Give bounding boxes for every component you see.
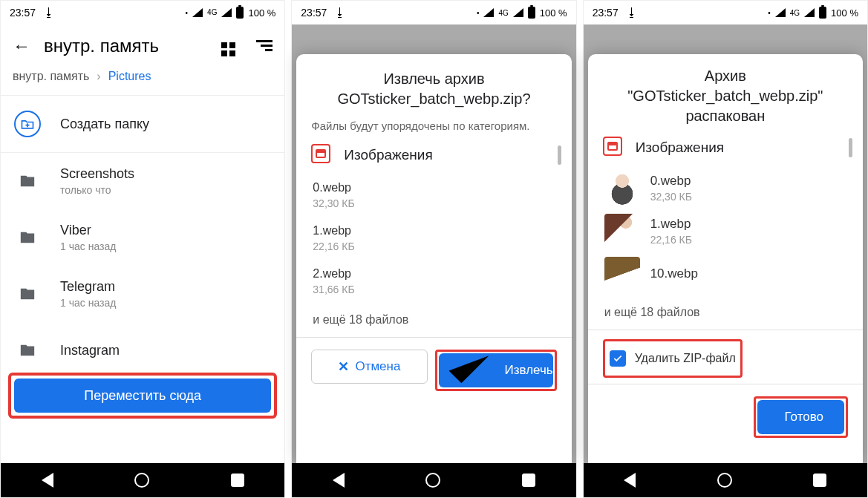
check-icon — [439, 341, 499, 401]
nav-home-icon[interactable] — [425, 473, 440, 488]
folder-row[interactable]: Telegram1 час назад — [1, 266, 284, 322]
status-bar: 23:57 ⭳ • 4G 100 % — [1, 1, 284, 24]
category-row: Изображения — [603, 137, 848, 159]
breadcrumb-current[interactable]: Pictures — [108, 70, 151, 83]
file-size: 32,30 КБ — [650, 191, 692, 203]
folder-icon — [13, 335, 42, 365]
battery-icon — [819, 7, 826, 19]
network-label: 4G — [207, 9, 217, 16]
file-name: 0.webp — [313, 181, 555, 194]
scroll-indicator[interactable] — [849, 138, 852, 157]
folder-icon — [13, 166, 42, 196]
file-item[interactable]: 2.webp 31,66 КБ — [311, 260, 556, 303]
category-row: Изображения — [311, 144, 556, 166]
battery-icon — [236, 7, 244, 19]
signal-icon — [775, 8, 786, 17]
notification-dot-icon: • — [186, 9, 189, 17]
folder-name: Viber — [60, 223, 116, 238]
folder-subtitle: только что — [60, 184, 134, 196]
file-item[interactable]: 1.webp22,16 КБ — [603, 209, 848, 252]
page-title: внутр. память — [44, 36, 200, 56]
back-icon[interactable]: ← — [13, 36, 30, 56]
sort-icon[interactable] — [256, 40, 273, 51]
android-nav-bar — [584, 463, 867, 497]
scroll-indicator[interactable] — [558, 145, 561, 165]
status-bar: 23:57 ⭳ • 4G 100 % — [584, 1, 867, 24]
folder-icon — [13, 223, 42, 252]
highlight-annotation: Удалить ZIP-файл — [603, 339, 743, 378]
nav-home-icon[interactable] — [134, 473, 149, 488]
notification-dot-icon: • — [477, 9, 480, 17]
status-time: 23:57 — [593, 7, 619, 19]
download-icon: ⭳ — [626, 6, 638, 19]
more-files-label: и ещё 18 файлов — [311, 303, 556, 334]
file-size: 31,66 КБ — [313, 284, 555, 295]
file-name: 0.webp — [650, 174, 692, 189]
battery-percent: 100 % — [831, 7, 858, 19]
add-folder-icon — [14, 111, 41, 137]
delete-zip-label: Удалить ZIP-файл — [635, 352, 736, 365]
file-thumbnail — [604, 171, 640, 205]
status-time: 23:57 — [10, 7, 36, 19]
folder-icon — [13, 279, 42, 309]
download-icon: ⭳ — [43, 6, 55, 19]
create-folder-row[interactable]: Создать папку — [1, 96, 284, 152]
network-label: 4G — [498, 9, 508, 17]
dialog-scrim: Извлечь архив GOTsticker_batch_webp.zip?… — [292, 24, 575, 463]
folder-subtitle: 1 час назад — [60, 297, 116, 309]
delete-zip-checkbox-row[interactable]: Удалить ZIP-файл — [607, 343, 739, 374]
app-bar: ← внутр. память — [1, 24, 284, 64]
file-thumbnail — [604, 257, 640, 291]
move-here-button[interactable]: Переместить сюда — [14, 379, 271, 413]
more-files-label: и ещё 18 файлов — [603, 295, 848, 327]
folder-row[interactable]: Viber1 час назад — [1, 209, 284, 266]
file-size: 32,30 КБ — [313, 197, 555, 209]
nav-back-icon[interactable] — [624, 473, 636, 488]
image-category-icon — [311, 144, 330, 163]
signal-icon — [483, 8, 494, 17]
screen-file-manager: 23:57 ⭳ • 4G 100 % ← внутр. память внутр… — [0, 0, 285, 498]
folder-row[interactable]: Instagram — [1, 322, 284, 368]
network-label: 4G — [790, 9, 800, 17]
file-name: 10.webp — [650, 266, 698, 281]
folder-name: Screenshots — [60, 166, 134, 182]
file-item[interactable]: 0.webp32,30 КБ — [603, 166, 848, 209]
nav-home-icon[interactable] — [717, 473, 732, 488]
grid-view-icon[interactable] — [221, 35, 235, 56]
category-label: Изображения — [636, 140, 724, 156]
file-item[interactable]: 1.webp 22,16 КБ — [311, 217, 556, 260]
extract-button[interactable]: Извлечь — [439, 353, 553, 387]
dialog-title: Извлечь архив GOTsticker_batch_webp.zip? — [311, 69, 556, 109]
extracted-dialog: Архив "GOTsticker_batch_webp.zip" распак… — [588, 54, 863, 463]
image-category-icon — [603, 137, 622, 156]
extract-label: Извлечь — [504, 363, 552, 378]
checkbox-checked-icon[interactable] — [610, 350, 626, 367]
move-here-label: Переместить сюда — [84, 388, 201, 404]
nav-recent-icon[interactable] — [231, 474, 244, 487]
file-name: 1.webp — [313, 224, 555, 237]
nav-recent-icon[interactable] — [813, 474, 826, 487]
highlight-annotation: Извлечь — [435, 350, 557, 391]
nav-back-icon[interactable] — [333, 473, 345, 488]
done-button[interactable]: Готово — [757, 400, 844, 434]
dialog-subtitle: Файлы будут упорядочены по категориям. — [311, 119, 556, 132]
screen-extract-dialog: 23:57 ⭳ • 4G 100 % Извлечь архив GOTstic… — [291, 0, 576, 498]
breadcrumb-root[interactable]: внутр. память — [13, 70, 89, 83]
nav-recent-icon[interactable] — [522, 474, 535, 487]
folder-subtitle: 1 час назад — [60, 240, 116, 252]
dialog-scrim: Архив "GOTsticker_batch_webp.zip" распак… — [584, 24, 867, 463]
status-time: 23:57 — [301, 7, 327, 19]
divider — [588, 330, 863, 330]
file-name: 1.webp — [650, 217, 692, 232]
file-size: 22,16 КБ — [650, 234, 692, 246]
cancel-button[interactable]: ✕ Отмена — [311, 350, 427, 384]
file-item[interactable]: 10.webp — [603, 252, 848, 295]
highlight-annotation: Переместить сюда — [8, 373, 277, 419]
android-nav-bar — [292, 463, 575, 497]
folder-row[interactable]: Screenshotsтолько что — [1, 153, 284, 209]
nav-back-icon[interactable] — [42, 473, 53, 488]
signal-icon-2 — [804, 8, 815, 17]
notification-dot-icon: • — [768, 9, 771, 17]
file-item[interactable]: 0.webp 32,30 КБ — [311, 174, 556, 217]
folder-name: Telegram — [60, 279, 116, 295]
